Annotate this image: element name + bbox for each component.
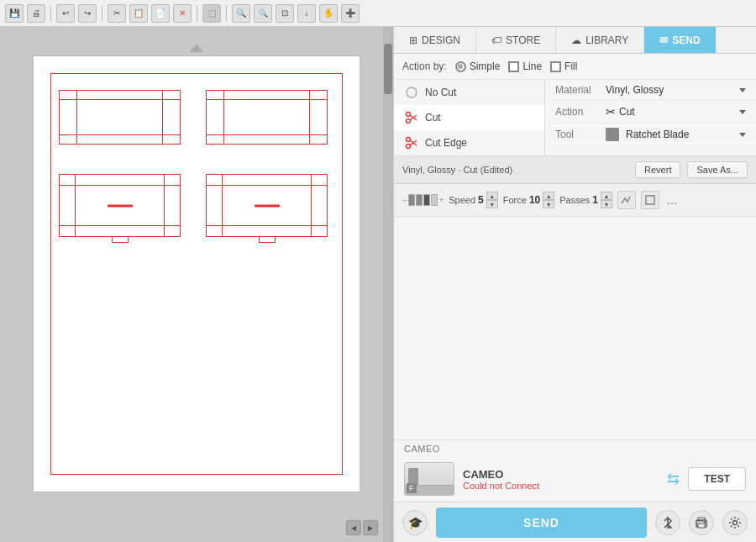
line-label: Line [522, 61, 542, 72]
no-cut-item[interactable]: No Cut [394, 80, 544, 105]
scroll-right-btn[interactable]: ▶ [363, 520, 378, 535]
shape-box-2[interactable] [206, 90, 328, 145]
shape-box-4[interactable] [206, 174, 328, 237]
speed-group: Speed 5 ▲ ▼ [449, 192, 498, 208]
svg-rect-11 [698, 524, 705, 528]
speed-stepper: ▲ ▼ [486, 192, 498, 208]
canvas-scrollbar[interactable] [383, 27, 393, 542]
cut-edge-item[interactable]: Cut Edge [394, 130, 544, 155]
cut-edge-label: Cut Edge [425, 137, 467, 149]
material-value-row[interactable]: Vinyl, Glossy [606, 84, 746, 96]
sep3 [197, 5, 197, 22]
panel-spacer [394, 217, 756, 439]
main-content: ◀ ▶ ⊞ DESIGN 🏷 STORE ☁ LIBRARY ✉ SEND [0, 27, 756, 542]
zoom-fit-icon[interactable]: ⊡ [276, 4, 294, 23]
cameo-device-name: CAMEO [463, 468, 659, 481]
send-main-button[interactable]: SEND [436, 508, 647, 538]
add-icon[interactable]: ➕ [341, 4, 360, 23]
scroll-up-arrow[interactable] [190, 44, 203, 52]
fill-checkbox-sq [550, 61, 561, 72]
sep1 [50, 5, 51, 22]
action-row: Action ✂ Cut [545, 101, 756, 124]
undo-icon[interactable]: ↩ [56, 4, 75, 23]
scroll-thumb[interactable] [384, 44, 392, 94]
simple-radio[interactable]: Simple [455, 61, 501, 72]
paste-icon[interactable]: 📄 [151, 4, 170, 23]
main-toolbar: 💾 🖨 ↩ ↪ ✂ 📋 📄 ✕ ⬚ 🔍 🔍 ⊡ ↓ ✋ ➕ [0, 0, 756, 27]
graduate-icon-btn[interactable]: 🎓 [402, 510, 428, 535]
cut-icon[interactable]: ✂ [108, 4, 126, 23]
fill-label: Fill [564, 61, 577, 72]
delete-icon[interactable]: ✕ [173, 4, 192, 23]
copy-icon[interactable]: 📋 [129, 4, 148, 23]
passes-value: 1 [592, 194, 598, 206]
more-options-btn[interactable]: … [666, 193, 678, 207]
action-by-label: Action by: [402, 61, 447, 72]
revert-button[interactable]: Revert [635, 161, 680, 178]
right-panel: ⊞ DESIGN 🏷 STORE ☁ LIBRARY ✉ SEND Action… [393, 27, 756, 542]
tab-send[interactable]: ✉ SEND [644, 27, 715, 53]
scroll-left-btn[interactable]: ◀ [346, 520, 361, 535]
passes-label: Passes [559, 195, 590, 205]
select-icon[interactable]: ⬚ [202, 4, 221, 23]
test-button[interactable]: TEST [688, 467, 746, 491]
cut-scissors-icon [404, 110, 419, 125]
fill-square-btn[interactable] [641, 191, 659, 209]
cameo-status: Could not Connect [463, 481, 659, 491]
force-down-btn[interactable]: ▼ [543, 200, 554, 208]
tool-value-row[interactable]: Ratchet Blade [606, 128, 746, 141]
send-tab-label: SEND [672, 34, 700, 46]
line-checkbox[interactable]: Line [508, 61, 542, 72]
canvas-page [33, 55, 360, 492]
pressure-bar [408, 194, 438, 206]
seg-2 [416, 194, 423, 206]
cut-type-list: No Cut Cut [394, 80, 545, 155]
fill-checkbox[interactable]: Fill [550, 61, 577, 72]
seg-4 [431, 194, 438, 206]
settings-section: Material Vinyl, Glossy Action ✂ Cut [545, 80, 756, 155]
tab-store[interactable]: 🏷 STORE [476, 27, 556, 53]
simple-radio-circle [455, 61, 466, 72]
tool-label: Tool [555, 129, 606, 140]
line-icon-btn[interactable] [617, 191, 636, 209]
speed-value: 5 [478, 194, 484, 206]
svg-point-0 [407, 87, 417, 97]
force-up-btn[interactable]: ▲ [543, 192, 554, 200]
store-tab-label: STORE [506, 34, 540, 46]
no-cut-icon [404, 85, 419, 100]
shape-box-1[interactable] [59, 90, 181, 145]
print-icon[interactable]: 🖨 [27, 4, 45, 23]
action-label: Action [555, 106, 606, 118]
speed-up-btn[interactable]: ▲ [486, 192, 498, 200]
settings-icon-btn[interactable] [722, 510, 748, 535]
zoom-out-icon[interactable]: 🔍 [254, 4, 272, 23]
canvas-bottom-controls: ◀ ▶ [346, 520, 378, 535]
cameo-section: CAMEO F CAMEO Could not Connect [394, 439, 756, 502]
canvas-area: ◀ ▶ [0, 27, 393, 542]
cut-item[interactable]: Cut [394, 105, 544, 130]
connect-arrows[interactable]: ⇆ [667, 470, 680, 488]
seg-1 [408, 194, 415, 206]
tab-library[interactable]: ☁ LIBRARY [556, 27, 644, 53]
design-tab-label: DESIGN [422, 34, 460, 46]
simple-label: Simple [470, 61, 501, 72]
speed-label: Speed [449, 195, 475, 205]
shape-box-3[interactable] [59, 174, 181, 237]
passes-up-btn[interactable]: ▲ [601, 192, 612, 200]
save-icon[interactable]: 💾 [5, 4, 24, 23]
force-stepper: ▲ ▼ [543, 192, 554, 208]
printer-icon-btn[interactable] [689, 510, 714, 535]
bluetooth-icon-btn[interactable] [655, 510, 680, 535]
action-value-row[interactable]: ✂ Cut [606, 105, 746, 118]
move-down-icon[interactable]: ↓ [297, 4, 316, 23]
redo-icon[interactable]: ↪ [78, 4, 97, 23]
save-as-button[interactable]: Save As... [687, 161, 748, 178]
passes-down-btn[interactable]: ▼ [601, 200, 612, 208]
tab-design[interactable]: ⊞ DESIGN [394, 27, 476, 53]
plus-icon: + [439, 196, 444, 204]
send-icon: ✉ [659, 34, 668, 46]
red-dash-1 [108, 204, 133, 207]
speed-down-btn[interactable]: ▼ [486, 200, 498, 208]
pan-icon[interactable]: ✋ [319, 4, 338, 23]
zoom-in-icon[interactable]: 🔍 [232, 4, 250, 23]
